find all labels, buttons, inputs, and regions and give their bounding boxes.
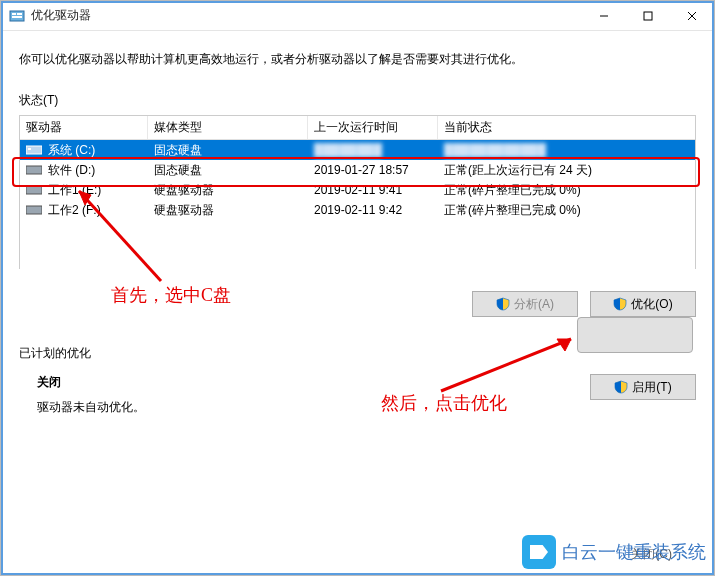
watermark: 白云一键重装系统 xyxy=(522,535,706,569)
drive-last: 2019-02-11 9:41 xyxy=(308,183,438,197)
svg-rect-9 xyxy=(28,148,31,150)
drive-name: 系统 (C:) xyxy=(48,143,95,157)
close-button[interactable] xyxy=(670,1,714,31)
drive-name: 工作1 (E:) xyxy=(48,183,101,197)
shield-icon xyxy=(496,297,510,311)
drive-media: 硬盘驱动器 xyxy=(148,182,308,199)
drive-icon xyxy=(26,204,42,216)
optimize-label: 优化(O) xyxy=(631,296,672,313)
drive-status: 正常(碎片整理已完成 0%) xyxy=(438,182,695,199)
col-current-state[interactable]: 当前状态 xyxy=(438,116,695,139)
schedule-section-label: 已计划的优化 xyxy=(19,345,696,362)
drive-status: ████████████ xyxy=(438,143,695,157)
schedule-detail: 驱动器未自动优化。 xyxy=(37,399,590,416)
schedule-state: 关闭 xyxy=(37,374,590,391)
maximize-button[interactable] xyxy=(626,1,670,31)
svg-rect-10 xyxy=(26,166,42,174)
drive-status: 正常(碎片整理已完成 0%) xyxy=(438,202,695,219)
analyze-label: 分析(A) xyxy=(514,296,554,313)
drive-row-system-c[interactable]: 系统 (C:) 固态硬盘 ████████ ████████████ xyxy=(20,140,695,160)
description-text: 你可以优化驱动器以帮助计算机更高效地运行，或者分析驱动器以了解是否需要对其进行优… xyxy=(19,51,696,68)
drive-name: 工作2 (F:) xyxy=(48,203,101,217)
drive-row-work2-f[interactable]: 工作2 (F:) 硬盘驱动器 2019-02-11 9:42 正常(碎片整理已完… xyxy=(20,200,695,220)
drive-status: 正常(距上次运行已有 24 天) xyxy=(438,162,695,179)
col-last-run[interactable]: 上一次运行时间 xyxy=(308,116,438,139)
col-media[interactable]: 媒体类型 xyxy=(148,116,308,139)
window-title: 优化驱动器 xyxy=(31,7,582,24)
drive-list-panel: 驱动器 媒体类型 上一次运行时间 当前状态 系统 (C:) 固态硬盘 █████… xyxy=(19,115,696,269)
enable-schedule-button[interactable]: 启用(T) xyxy=(590,374,696,400)
watermark-logo-icon xyxy=(522,535,556,569)
col-drive[interactable]: 驱动器 xyxy=(20,116,148,139)
status-section-label: 状态(T) xyxy=(19,92,696,109)
analyze-button[interactable]: 分析(A) xyxy=(472,291,578,317)
drive-icon xyxy=(26,144,42,156)
defrag-app-icon xyxy=(9,8,25,24)
drive-last: 2019-02-11 9:42 xyxy=(308,203,438,217)
svg-rect-11 xyxy=(26,186,42,194)
drive-last: ████████ xyxy=(308,143,438,157)
drive-media: 固态硬盘 xyxy=(148,142,308,159)
shield-icon xyxy=(613,297,627,311)
drive-row-software-d[interactable]: 软件 (D:) 固态硬盘 2019-01-27 18:57 正常(距上次运行已有… xyxy=(20,160,695,180)
drive-icon xyxy=(26,184,42,196)
svg-rect-1 xyxy=(12,13,16,15)
svg-rect-5 xyxy=(644,12,652,20)
drive-media: 硬盘驱动器 xyxy=(148,202,308,219)
svg-rect-12 xyxy=(26,206,42,214)
svg-rect-2 xyxy=(17,13,22,15)
drive-media: 固态硬盘 xyxy=(148,162,308,179)
column-headers: 驱动器 媒体类型 上一次运行时间 当前状态 xyxy=(20,116,695,140)
drive-last: 2019-01-27 18:57 xyxy=(308,163,438,177)
title-bar: 优化驱动器 xyxy=(1,1,714,31)
drive-name: 软件 (D:) xyxy=(48,163,95,177)
shield-icon xyxy=(614,380,628,394)
optimize-button[interactable]: 优化(O) xyxy=(590,291,696,317)
svg-rect-3 xyxy=(12,16,22,18)
drive-row-work1-e[interactable]: 工作1 (E:) 硬盘驱动器 2019-02-11 9:41 正常(碎片整理已完… xyxy=(20,180,695,200)
minimize-button[interactable] xyxy=(582,1,626,31)
watermark-text: 白云一键重装系统 xyxy=(562,540,706,564)
enable-label: 启用(T) xyxy=(632,379,671,396)
drive-icon xyxy=(26,164,42,176)
